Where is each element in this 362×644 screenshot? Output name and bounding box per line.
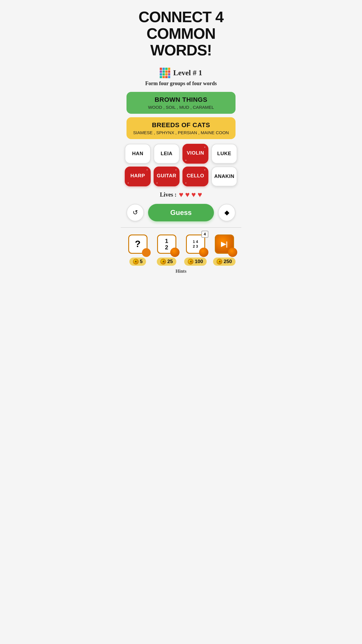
word-tile-violin[interactable]: VIOLIN — [182, 144, 208, 164]
svg-rect-7 — [168, 70, 171, 73]
shuffle-button[interactable]: ↺ — [126, 204, 144, 221]
hint-arrange-top-badge: 4 — [201, 231, 208, 238]
hearts: ♥♥♥♥ — [179, 190, 202, 199]
svg-rect-11 — [168, 73, 171, 76]
erase-icon: ◆ — [224, 209, 229, 216]
category-yellow: BREEDS OF CATS SIAMESE , SPHYNX , PERSIA… — [126, 117, 236, 139]
lives-label: Lives : — [160, 191, 177, 198]
svg-rect-12 — [160, 76, 162, 78]
heart-4: ♥ — [198, 190, 202, 199]
heart-3: ♥ — [191, 190, 196, 199]
coin-icon-4: ★ — [217, 259, 222, 265]
word-tile-luke[interactable]: LUKE — [211, 144, 237, 164]
hint-arrange-card: 1 42 3 4 — [184, 232, 207, 256]
category-green: BROWN THINGS WOOD , SOIL , MUD , CARAMEL — [126, 92, 236, 114]
word-tile-harp[interactable]: HARP — [125, 167, 151, 186]
hint-sort-badge — [170, 248, 180, 257]
hint-reveal[interactable]: ? ★ 5 — [125, 232, 151, 266]
svg-rect-8 — [160, 73, 162, 76]
category-green-words: WOOD , SOIL , MUD , CARAMEL — [132, 105, 230, 110]
category-yellow-words: SIAMESE , SPHYNX , PERSIAN , MAINE COON — [132, 130, 230, 135]
hints-label: Hints — [121, 269, 241, 274]
word-tile-cello[interactable]: CELLO — [182, 167, 208, 186]
word-grid: HANLEIAVIOLINLUKEHARPGUITARCELLOANAKIN — [125, 144, 237, 186]
word-tile-guitar[interactable]: GUITAR — [154, 167, 180, 186]
word-tile-leia[interactable]: LEIA — [154, 144, 180, 164]
svg-rect-0 — [160, 68, 162, 70]
hint-arrange[interactable]: 1 42 3 4 ★ 100 — [182, 232, 208, 266]
hint-reveal-cost: ★ 5 — [129, 258, 146, 266]
hint-skip[interactable]: ▶| ★ 250 — [211, 232, 237, 266]
level-row: Level # 1 — [121, 68, 241, 78]
action-row: ↺ Guess ◆ — [126, 204, 236, 221]
hint-skip-cost: ★ 250 — [213, 258, 235, 266]
lives-row: Lives : ♥♥♥♥ — [121, 190, 241, 199]
svg-rect-9 — [163, 73, 165, 76]
svg-rect-1 — [163, 68, 165, 70]
svg-rect-10 — [165, 73, 168, 76]
shuffle-icon: ↺ — [133, 209, 138, 216]
heart-1: ♥ — [179, 190, 183, 199]
svg-rect-3 — [168, 68, 171, 70]
hint-reveal-card: ? — [126, 232, 150, 256]
coin-icon-2: ★ — [160, 259, 166, 265]
svg-rect-5 — [163, 70, 165, 73]
word-tile-anakin[interactable]: ANAKIN — [211, 167, 237, 186]
hint-sort-price: 25 — [167, 259, 173, 265]
category-green-title: BROWN THINGS — [132, 96, 230, 104]
hints-grid: ? ★ 5 12 ★ 25 1 42 3 4 ★ 100 ▶| ★ — [125, 232, 237, 266]
hint-reveal-badge — [142, 248, 151, 257]
erase-button[interactable]: ◆ — [218, 204, 236, 221]
svg-rect-6 — [165, 70, 168, 73]
word-tile-han[interactable]: HAN — [125, 144, 151, 164]
page-title: CONNECT 4 COMMON WORDS! — [121, 0, 241, 65]
hint-arrange-badge — [199, 248, 208, 257]
subtitle: Form four groups of four words — [121, 80, 241, 87]
guess-button[interactable]: Guess — [148, 204, 214, 221]
hint-sort[interactable]: 12 ★ 25 — [154, 232, 180, 266]
hints-section: ? ★ 5 12 ★ 25 1 42 3 4 ★ 100 ▶| ★ — [121, 227, 241, 274]
category-yellow-title: BREEDS OF CATS — [132, 121, 230, 129]
hint-reveal-price: 5 — [140, 259, 143, 265]
hint-arrange-cost: ★ 100 — [184, 258, 206, 266]
svg-rect-14 — [165, 76, 168, 78]
hint-skip-badge — [228, 248, 237, 257]
hint-sort-cost: ★ 25 — [157, 258, 176, 266]
coin-icon-3: ★ — [188, 259, 194, 265]
hint-sort-card: 12 — [155, 232, 178, 256]
svg-rect-2 — [165, 68, 168, 70]
level-icon — [160, 68, 170, 78]
level-label: Level # 1 — [173, 69, 202, 77]
coin-icon-1: ★ — [133, 259, 139, 265]
heart-2: ♥ — [185, 190, 189, 199]
svg-rect-15 — [168, 76, 171, 78]
hint-skip-card: ▶| — [213, 232, 236, 256]
page: CONNECT 4 COMMON WORDS! Level # 1 Form f… — [121, 0, 241, 274]
hint-skip-price: 250 — [224, 259, 232, 265]
svg-rect-13 — [163, 76, 165, 78]
hint-arrange-price: 100 — [195, 259, 203, 265]
svg-rect-4 — [160, 70, 162, 73]
